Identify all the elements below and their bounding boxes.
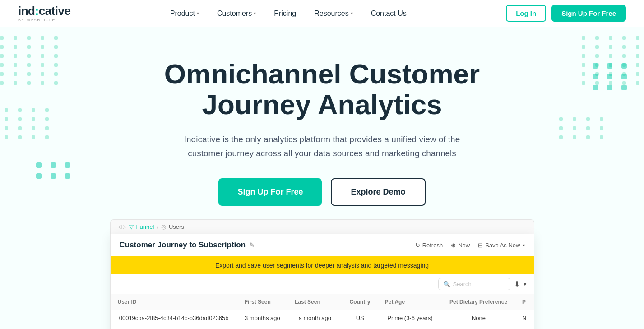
hero-buttons: Sign Up For Free Explore Demo [146, 178, 498, 206]
save-icon: ⊟ [478, 242, 483, 249]
cell-country: US [343, 326, 378, 329]
cell-user-id: 0025ed9-b54c-4bd2-8bf9-a19b25db0186 [111, 326, 237, 329]
cell-country: US [343, 310, 378, 326]
hero-title: Omnichannel Customer Journey Analytics [146, 59, 498, 120]
export-banner: Export and save user segments for deeper… [111, 256, 534, 274]
breadcrumb-funnel[interactable]: Funnel [136, 223, 154, 230]
download-button[interactable]: ⬇ [514, 280, 520, 288]
dot-group-bl [36, 162, 74, 179]
signup-button-hero[interactable]: Sign Up For Free [218, 178, 322, 206]
cell-first-seen: 3 months ago [237, 310, 287, 326]
chevron-down-icon: ▾ [523, 243, 525, 248]
chevron-down-icon: ▾ [197, 11, 199, 16]
col-pet-dietary: Pet Dietary Preference [442, 294, 515, 310]
user-table: User ID First Seen Last Seen Country Pet… [111, 294, 534, 329]
new-button[interactable]: ⊕ New [451, 242, 470, 249]
dashboard-preview: ◁ ▷ ▽ Funnel / ◎ Users Customer Journey … [110, 219, 534, 329]
col-user-id: User ID [111, 294, 237, 310]
nav-customers[interactable]: Customers ▾ [210, 6, 263, 21]
dot-group-mr [559, 117, 608, 139]
logo-subtitle: BY MPARTICLE [18, 18, 56, 22]
chevron-down-icon: ▾ [524, 281, 527, 287]
nav-product[interactable]: Product ▾ [163, 6, 206, 21]
expand-button[interactable]: ▾ [524, 281, 527, 287]
logo-text: ind:cative [18, 5, 70, 17]
dot-group-tr [582, 36, 644, 85]
refresh-button[interactable]: ↻ Refresh [415, 242, 443, 249]
card-header: Customer Journey to Subscription ✎ ↻ Ref… [111, 234, 534, 256]
cell-last-seen: 36 minutes ago [287, 326, 342, 329]
cell-p: N [515, 310, 534, 326]
nav-pricing[interactable]: Pricing [267, 6, 303, 21]
table-body: 00019cba-2f85-4c34-b14c-b36dad02365b 3 m… [111, 310, 534, 329]
explore-demo-button[interactable]: Explore Demo [331, 178, 425, 206]
download-icon: ⬇ [514, 280, 520, 288]
cell-pet-age: Prime (3-6 years) [378, 310, 442, 326]
dot-group-br [593, 63, 630, 90]
nav-actions: Log In Sign Up For Free [506, 5, 626, 22]
dashboard-card: Customer Journey to Subscription ✎ ↻ Ref… [110, 234, 534, 329]
table-row: 00019cba-2f85-4c34-b14c-b36dad02365b 3 m… [111, 310, 534, 326]
users-icon: ◎ [161, 223, 166, 230]
refresh-icon: ↻ [415, 242, 420, 249]
search-bar-row: 🔍 Search ⬇ ▾ [111, 274, 534, 294]
col-first-seen: First Seen [237, 294, 287, 310]
edit-icon[interactable]: ✎ [249, 241, 255, 249]
plus-icon: ⊕ [451, 242, 456, 249]
breadcrumb: ◁ ▷ ▽ Funnel / ◎ Users [110, 219, 534, 234]
col-p: P [515, 294, 534, 310]
cell-last-seen: a month ago [287, 310, 342, 326]
logo[interactable]: ind:cative BY MPARTICLE [18, 5, 70, 22]
col-pet-age: Pet Age [378, 294, 442, 310]
cell-p: N [515, 326, 534, 329]
dot-group-tl [0, 36, 62, 85]
nav-back-icon: ◁ ▷ [118, 224, 126, 230]
hero-subtitle: Indicative is the only analytics platfor… [169, 133, 476, 160]
cell-pet-dietary: None [442, 310, 515, 326]
nav-links: Product ▾ Customers ▾ Pricing Resources … [163, 6, 414, 21]
col-country: Country [343, 294, 378, 310]
save-as-new-button[interactable]: ⊟ Save As New ▾ [478, 242, 524, 249]
nav-resources[interactable]: Resources ▾ [307, 6, 360, 21]
hero-content: Omnichannel Customer Journey Analytics I… [146, 59, 498, 206]
cell-pet-dietary: None [442, 326, 515, 329]
breadcrumb-users[interactable]: Users [169, 223, 184, 230]
nav-contact[interactable]: Contact Us [364, 6, 414, 21]
navigation: ind:cative BY MPARTICLE Product ▾ Custom… [0, 0, 644, 27]
search-icon: 🔍 [443, 281, 450, 287]
cell-user-id: 00019cba-2f85-4c34-b14c-b36dad02365b [111, 310, 237, 326]
search-input-wrap[interactable]: 🔍 Search [438, 278, 510, 290]
table-wrap: User ID First Seen Last Seen Country Pet… [111, 294, 534, 329]
hero-section: Omnichannel Customer Journey Analytics I… [0, 27, 644, 329]
breadcrumb-sep: / [157, 223, 158, 230]
cell-pet-age: Prime (3-6 years) [378, 326, 442, 329]
card-title: Customer Journey to Subscription ✎ [120, 241, 255, 250]
chevron-down-icon: ▾ [254, 11, 256, 16]
col-last-seen: Last Seen [287, 294, 342, 310]
table-row: 0025ed9-b54c-4bd2-8bf9-a19b25db0186 a mo… [111, 326, 534, 329]
login-button[interactable]: Log In [506, 5, 546, 22]
cell-first-seen: a month ago [237, 326, 287, 329]
card-actions: ↻ Refresh ⊕ New ⊟ Save As New ▾ [415, 242, 525, 249]
funnel-icon: ▽ [129, 223, 134, 230]
table-header: User ID First Seen Last Seen Country Pet… [111, 294, 534, 310]
chevron-down-icon: ▾ [351, 11, 353, 16]
signup-button-nav[interactable]: Sign Up For Free [551, 5, 626, 22]
dot-group-ml [5, 108, 53, 139]
